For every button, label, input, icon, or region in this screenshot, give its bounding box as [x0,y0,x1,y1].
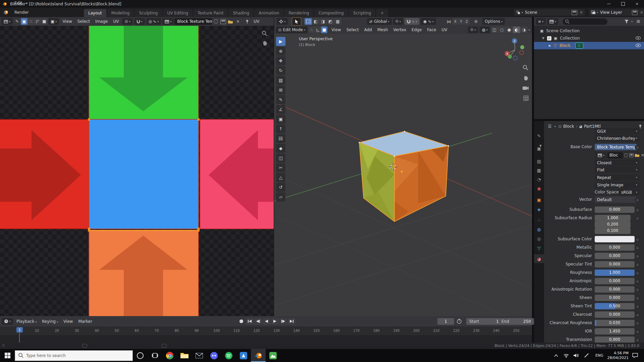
copy-image-icon[interactable] [629,152,634,159]
jump-to-start-button[interactable] [246,318,254,325]
tool-add-cube[interactable]: ▣ [276,115,285,124]
editor-type-dropdown[interactable]: ▾ [1,18,13,25]
image-browse-dropdown[interactable]: ▾ [595,152,607,159]
view-layer-selector[interactable]: ▾ View Layer × [589,9,644,16]
workspace-tab[interactable]: + [376,9,388,17]
resize-grip-icon[interactable]: ⠿ [2,344,5,348]
slider-field[interactable]: 0.000 [595,253,635,259]
subsurface-method-dropdown[interactable]: Christensen-Burley▾ [595,135,640,141]
mode-dropdown[interactable]: ⊡Edit Mode▾ [276,26,308,33]
unlink-image-icon[interactable]: × [234,18,241,25]
slider-field[interactable]: 0.100 [595,228,631,234]
workspace-tab[interactable]: Animation [254,9,283,17]
slider-field[interactable]: 1.450 [595,328,635,335]
workspace-tab[interactable]: UV Editing [163,9,193,17]
viewport-pan-hand-icon[interactable] [523,75,529,81]
record-button[interactable] [237,318,245,325]
uv-tile-orange[interactable] [89,230,199,316]
viewport-zoom-icon[interactable] [523,65,529,71]
outliner-row-collection[interactable]: ▼ ✓ ▣ Collection [534,35,644,42]
tool-options-dropdown[interactable]: Options▾ [482,18,505,25]
viewport-menu-item[interactable]: Mesh [375,27,391,32]
tab-view-layer[interactable]: ▦ [534,166,544,175]
transform-orientation-dropdown[interactable]: ⇄Global▾ [367,18,392,25]
transform-snap-icon[interactable]: ⊚ [472,18,480,25]
tab-output[interactable]: ▤ [534,157,544,166]
viewport-menu-item[interactable]: Add [362,27,375,32]
marker-menu[interactable]: Marker [75,319,95,324]
collection-checkbox[interactable]: ✓ [547,36,551,41]
animate-dot[interactable]: ○ [635,296,640,301]
uv-select-face-button[interactable]: ■ [41,18,48,25]
timeline-ruler[interactable]: 1020304050607080901001101201301401501601… [0,326,532,336]
slider-field[interactable]: 0.500 [595,303,635,309]
uv-tool-icon[interactable]: ✎ [13,18,21,25]
uv-pan-hand-icon[interactable] [262,41,268,46]
pivot-point-dropdown[interactable]: ⟐▾ [393,18,403,25]
workspace-tab[interactable]: Layout [84,9,106,17]
current-frame-field[interactable]: 1 [437,318,454,325]
disclosure-triangle-icon[interactable]: ▶ [549,44,551,47]
vertex-select-mode-button[interactable]: ∴ [308,26,315,33]
file-explorer-icon[interactable] [177,349,192,362]
open-image-folder-icon[interactable] [227,18,234,25]
viewport-menu-item[interactable]: Face [424,27,439,32]
tool-tweak[interactable]: ▶ [276,37,285,46]
volume-icon[interactable] [571,349,581,362]
fake-user-shield-icon[interactable] [212,18,219,25]
uv-vertex-dot[interactable] [88,118,90,121]
slider-field[interactable]: 0.000 [595,337,635,343]
play-button[interactable] [271,318,279,325]
viewport-menu-item[interactable]: Vertex [391,27,409,32]
outliner-row-scene-collection[interactable]: ▣ Scene Collection [534,27,644,35]
shading-material-button[interactable]: ◐ [513,26,520,33]
slider-field[interactable]: 0.030 [595,320,635,326]
slider-field[interactable]: 0.000 [595,311,635,318]
open-image-folder-icon[interactable] [634,152,640,159]
proportional-edit-dropdown[interactable]: ◉∿▾ [421,18,436,25]
animate-dot[interactable]: ○ [635,338,640,343]
uv-tile-blue[interactable] [89,119,199,229]
outliner-display-mode-dropdown[interactable]: ≡▾ [536,18,546,25]
tab-render[interactable]: ▣ [534,144,544,153]
select-mode-new-button[interactable] [305,18,312,25]
frame-start-field[interactable]: Start1 [466,318,502,325]
slider-field[interactable]: 0.000 [595,286,635,293]
animate-dot[interactable]: ○ [635,216,640,221]
viewport-menu-item[interactable]: UV [439,27,450,32]
uv-vertex-dot[interactable] [197,229,200,232]
prev-keyframe-button[interactable] [254,318,262,325]
timeline-track-area[interactable] [0,335,532,343]
maximize-button[interactable] [616,0,630,8]
tool-knife[interactable]: ✂ [276,163,285,172]
uv-select-edge-button[interactable]: ◸ [34,18,41,25]
next-keyframe-button[interactable] [279,318,287,325]
close-button[interactable]: × [630,0,644,8]
uv-vertex-dot[interactable] [197,118,200,121]
tool-move[interactable]: ✥ [276,56,285,65]
jump-to-end-button[interactable] [288,318,296,325]
breadcrumb-object[interactable]: Block [563,124,574,129]
tool-annotate[interactable]: ✎ [276,95,285,104]
select-mode-invert-button[interactable]: ◩ [327,18,334,25]
slider-field[interactable]: 0.000 [595,278,635,284]
uv-menu-item[interactable]: Image [93,19,111,24]
uv-menu-item[interactable]: View [60,19,74,24]
animate-dot[interactable]: ○ [635,254,640,259]
slider-field[interactable]: 1.000 [595,269,635,276]
keying-menu[interactable]: Keying▾ [40,319,61,324]
animate-dot[interactable]: ○ [635,270,640,276]
frame-end-field[interactable]: End250 [498,318,534,325]
shading-solid-button[interactable]: ● [505,26,513,33]
uv-tile-green[interactable] [89,26,199,120]
vector-dropdown[interactable]: Default [595,196,637,203]
tab-scene[interactable]: ◔ [534,175,544,184]
uv-editor-canvas[interactable] [0,26,274,316]
animate-dot[interactable]: ○ [635,145,640,150]
slider-field[interactable]: 0.000 [595,244,635,251]
mirror-axis-toggle[interactable]: Z [464,18,470,25]
uv-snap-dropdown[interactable]: ▾ [134,18,145,25]
scene-selector[interactable]: ▾ Scene × [514,9,585,16]
tool-poly-build[interactable]: △ [276,173,285,182]
outliner-search-input[interactable] [562,18,607,25]
